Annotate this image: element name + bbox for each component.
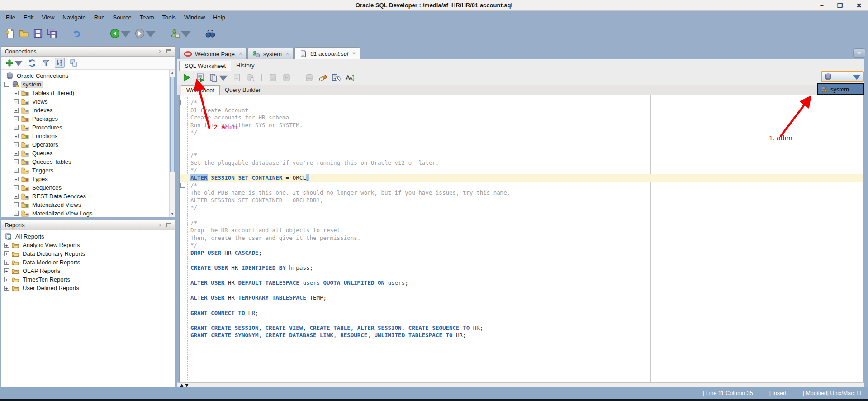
menu-item-source[interactable]: Source [109, 13, 136, 22]
forward-button[interactable] [134, 28, 156, 39]
expand-box-icon[interactable]: + [4, 243, 9, 248]
open-folder-button[interactable] [19, 28, 29, 39]
expand-box-icon[interactable]: + [14, 185, 19, 190]
unshared-worksheet-button[interactable] [304, 73, 314, 82]
sql-code-editor[interactable]: −/*01 Create AccountCreate accounts for … [179, 95, 863, 382]
scroll-down-icon[interactable] [185, 384, 189, 387]
fold-collapse-icon[interactable]: − [180, 100, 185, 105]
subtab-history[interactable]: History [231, 60, 259, 71]
code-line-15[interactable]: */ [180, 204, 863, 212]
expand-box-icon[interactable]: + [4, 260, 9, 265]
code-line-19[interactable]: Then, create the user and give it the pe… [180, 234, 863, 242]
code-line-22[interactable] [180, 257, 863, 264]
save-all-button[interactable] [47, 28, 57, 39]
connections-scrollbar[interactable]: ▲ ▼ [169, 70, 175, 217]
connection-item-queues-tables[interactable]: +Queues Tables [1, 158, 175, 166]
code-line-29[interactable]: GRANT CONNECT TO HR; [180, 310, 863, 317]
code-line-23[interactable]: CREATE USER HR IDENTIFIED BY hrpass; [180, 264, 863, 272]
collapse-box-icon[interactable]: − [4, 82, 9, 87]
report-item-analytic-view-reports[interactable]: +Analytic View Reports [1, 241, 175, 249]
subtab-sql-worksheet[interactable]: SQL Worksheet [179, 61, 231, 71]
search-binoculars-button[interactable] [205, 28, 216, 39]
tab-close-icon[interactable]: × [239, 51, 242, 57]
menu-item-tools[interactable]: Tools [158, 13, 180, 22]
expand-box-icon[interactable]: + [14, 116, 19, 121]
expand-box-icon[interactable]: + [4, 277, 9, 282]
text-size-button[interactable] [345, 73, 355, 82]
panel-close-icon[interactable]: × [159, 48, 162, 55]
code-line-31[interactable]: GRANT CREATE SESSION, CREATE VIEW, CREAT… [180, 325, 863, 332]
report-item-all-reports[interactable]: All Reports [1, 232, 175, 241]
connection-item-views[interactable]: +Views [1, 97, 175, 106]
menu-item-view[interactable]: View [38, 13, 58, 22]
expand-box-icon[interactable]: + [4, 268, 9, 273]
code-line-9[interactable]: Set the pluggable database if you're run… [180, 159, 863, 167]
code-line-13[interactable]: The old PDB name is this one. It should … [180, 189, 863, 197]
connection-item-materialized-views[interactable]: +Materialized Views [1, 200, 175, 209]
code-line-20[interactable]: */ [180, 242, 863, 249]
expand-box-icon[interactable]: + [14, 125, 19, 130]
menu-item-team[interactable]: Team [136, 13, 158, 22]
panel-restore-icon[interactable] [166, 49, 171, 53]
connection-item-rest-data-services[interactable]: +REST Data Services [1, 192, 175, 200]
new-file-button[interactable] [5, 28, 15, 39]
expand-box-icon[interactable]: + [14, 134, 19, 138]
tab-list-dropdown-button[interactable] [853, 48, 865, 58]
connection-item-procedures[interactable]: +Procedures [1, 123, 175, 132]
add-connection-button[interactable] [5, 58, 23, 67]
tab-system[interactable]: system× [247, 48, 294, 59]
expand-box-icon[interactable]: + [14, 142, 19, 147]
code-line-18[interactable]: Drop the HR account and all objects to r… [180, 227, 863, 234]
dropdown-item-system[interactable]: system [818, 84, 863, 94]
connection-item-materialized-view-logs[interactable]: +Materialized View Logs [1, 209, 175, 217]
save-button[interactable] [33, 28, 43, 39]
code-line-3[interactable]: Create accounts for HR schema [180, 114, 863, 122]
query-find-button[interactable] [246, 73, 255, 82]
expand-box-icon[interactable]: + [14, 99, 19, 104]
explain-plan-button[interactable] [232, 73, 242, 82]
code-line-25[interactable]: ALTER USER HR DEFAULT TABLESPACE users Q… [180, 279, 863, 287]
tab-close-icon[interactable]: × [286, 51, 289, 57]
connection-item-oracle-connections[interactable]: Oracle Connections [1, 72, 175, 80]
expand-box-icon[interactable]: + [4, 286, 9, 291]
code-line-30[interactable] [180, 317, 863, 325]
scrollbar-thumb[interactable] [170, 77, 175, 172]
expand-box-icon[interactable]: + [14, 151, 19, 156]
filter-button[interactable] [41, 58, 50, 67]
code-line-11[interactable]: ALTER SESSION SET CONTAINER = ORCL; [180, 174, 863, 182]
panel-restore-icon[interactable] [166, 223, 171, 227]
panel-close-icon[interactable]: × [159, 222, 162, 229]
menu-item-window[interactable]: Window [180, 13, 209, 22]
expand-box-icon[interactable]: + [4, 251, 9, 256]
scroll-up-icon[interactable] [180, 384, 184, 387]
code-line-8[interactable]: /* [180, 152, 863, 159]
minimize-button[interactable]: – [820, 2, 824, 9]
code-line-28[interactable] [180, 302, 863, 310]
redo-button[interactable] [85, 28, 96, 39]
connection-item-triggers[interactable]: +Triggers [1, 166, 175, 175]
code-line-4[interactable]: Run this as either SYS or SYSTEM. [180, 122, 863, 129]
viewtab-worksheet[interactable]: Worksheet [181, 85, 220, 95]
expand-box-icon[interactable]: + [14, 168, 19, 173]
sql-history-button[interactable] [332, 73, 341, 82]
report-item-data-modeler-reports[interactable]: +Data Modeler Reports [1, 258, 175, 267]
code-line-27[interactable]: ALTER USER HR TEMPORARY TABLESPACE TEMP; [180, 294, 863, 302]
back-button[interactable] [109, 28, 131, 39]
code-line-6[interactable] [180, 137, 863, 144]
connection-item-operators[interactable]: +Operators [1, 140, 175, 149]
code-line-7[interactable] [180, 144, 863, 152]
connection-item-types[interactable]: +Types [1, 175, 175, 183]
sort-button[interactable] [55, 58, 65, 68]
tab-close-icon[interactable]: × [352, 50, 356, 57]
fold-collapse-icon[interactable]: − [180, 183, 185, 188]
close-button[interactable]: ✕ [856, 2, 862, 9]
scroll-up-icon[interactable]: ▲ [170, 70, 175, 76]
report-item-user-defined-reports[interactable]: +User Defined Reports [1, 284, 175, 292]
code-line-24[interactable] [180, 272, 863, 280]
code-line-5[interactable]: */ [180, 129, 863, 137]
code-line-17[interactable]: /* [180, 220, 863, 227]
commit-db-button[interactable] [268, 73, 278, 82]
expand-box-icon[interactable]: + [14, 211, 19, 216]
expand-box-icon[interactable]: + [14, 194, 19, 199]
tab-welcome-page[interactable]: Welcome Page× [179, 48, 247, 59]
